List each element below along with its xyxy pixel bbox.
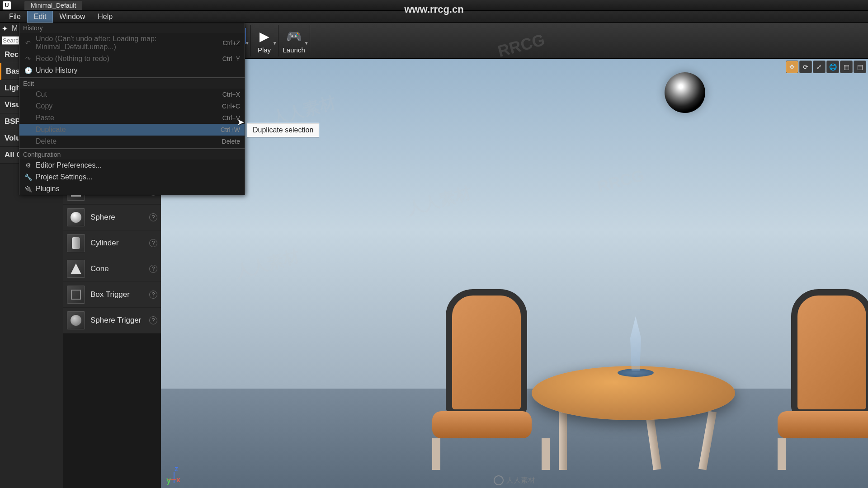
editor-prefs-item[interactable]: ⚙ Editor Preferences...: [19, 160, 245, 171]
project-icon: 🔧: [24, 173, 32, 181]
snap-icon[interactable]: ▦: [840, 61, 853, 73]
play-button[interactable]: ▶ Play ▼: [251, 25, 278, 56]
undo-history-item[interactable]: 🕑 Undo History: [19, 65, 245, 76]
sky-sphere-actor: [665, 72, 705, 113]
sphere-trigger-icon: [67, 311, 85, 329]
plugins-item[interactable]: 🔌 Plugins: [19, 183, 245, 195]
chair-actor: [432, 289, 550, 461]
help-icon[interactable]: ?: [149, 239, 157, 247]
shapes-list: Cube ? Sphere ? Cylinder ? Cone ? Box Tr…: [63, 179, 161, 333]
menu-edit[interactable]: Edit: [27, 11, 53, 23]
launch-icon: 🎮: [285, 27, 303, 45]
history-icon: 🕑: [24, 66, 32, 75]
copy-item: CopyCtrl+C: [19, 100, 245, 112]
help-icon[interactable]: ?: [149, 316, 157, 324]
edit-dropdown-menu: History ↶ Undo (Can't undo after: Loadin…: [19, 23, 245, 195]
menu-window[interactable]: Window: [53, 11, 91, 22]
tooltip: Duplicate selection: [247, 123, 319, 137]
config-header: Configuration: [19, 150, 245, 160]
chevron-down-icon[interactable]: ▼: [245, 41, 250, 46]
chevron-down-icon[interactable]: ▼: [273, 41, 277, 46]
redo-item: ↷ Redo (Nothing to redo) Ctrl+Y: [19, 53, 245, 65]
delete-item: DeleteDelete: [19, 136, 245, 147]
shape-sphere-trigger[interactable]: Sphere Trigger ?: [63, 308, 161, 333]
help-icon[interactable]: ?: [149, 213, 157, 221]
history-header: History: [19, 23, 245, 33]
cone-icon: [67, 260, 85, 278]
scale-tool-icon[interactable]: ⤢: [813, 61, 826, 73]
cylinder-icon: [67, 234, 85, 252]
header-char: M: [12, 24, 18, 33]
shape-cylinder[interactable]: Cylinder ?: [63, 230, 161, 256]
rotate-tool-icon[interactable]: ⟳: [799, 61, 812, 73]
watermark-logo: 人人素材: [494, 475, 535, 485]
table-leg: [559, 411, 567, 470]
sphere-icon: [67, 208, 85, 226]
modes-icon: ✦: [2, 24, 10, 33]
chair-actor: [778, 289, 868, 461]
watermark-url: www.rrcg.cn: [404, 4, 463, 15]
shape-sphere[interactable]: Sphere ?: [63, 205, 161, 230]
duplicate-item[interactable]: DuplicateCtrl+W: [19, 124, 245, 136]
shape-cone[interactable]: Cone ?: [63, 256, 161, 282]
translate-tool-icon[interactable]: ✥: [786, 61, 798, 73]
statue-actor: [622, 316, 649, 371]
menu-file[interactable]: File: [3, 11, 27, 22]
project-settings-item[interactable]: 🔧 Project Settings...: [19, 171, 245, 183]
level-tab[interactable]: Minimal_Default: [24, 1, 82, 10]
help-icon[interactable]: ?: [149, 265, 157, 273]
prefs-icon: ⚙: [24, 161, 32, 169]
help-icon[interactable]: ?: [149, 291, 157, 299]
undo-icon: ↶: [24, 39, 32, 47]
grid-icon[interactable]: ▤: [854, 61, 866, 73]
chevron-down-icon[interactable]: ▼: [304, 41, 309, 46]
edit-header: Edit: [19, 79, 245, 89]
undo-item: ↶ Undo (Can't undo after: Loading map: M…: [19, 33, 245, 53]
plugins-icon: 🔌: [24, 185, 32, 193]
paste-item: PasteCtrl+V: [19, 112, 245, 124]
shape-box-trigger[interactable]: Box Trigger ?: [63, 282, 161, 308]
box-trigger-icon: [67, 286, 85, 304]
unreal-logo-icon: U: [3, 1, 11, 9]
world-space-icon[interactable]: 🌐: [826, 61, 839, 73]
play-icon: ▶: [255, 27, 274, 45]
redo-icon: ↷: [24, 55, 32, 63]
launch-button[interactable]: 🎮 Launch ▼: [278, 25, 310, 56]
menu-help[interactable]: Help: [91, 11, 119, 22]
cut-item: CutCtrl+X: [19, 89, 245, 100]
